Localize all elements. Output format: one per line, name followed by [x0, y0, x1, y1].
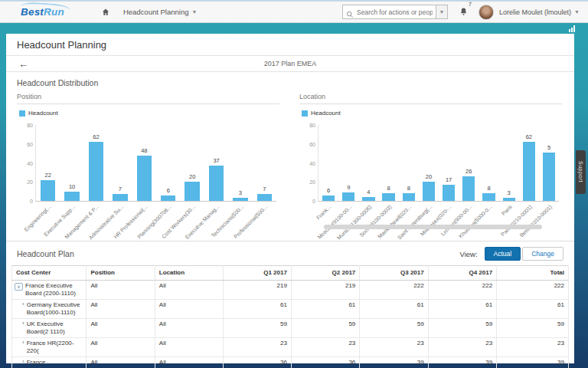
bar-value-label: 6 — [156, 187, 180, 194]
col-header-q1[interactable]: Q1 2017 — [223, 266, 291, 281]
headcount-bar[interactable] — [342, 192, 354, 201]
headcount-bar[interactable] — [64, 192, 79, 201]
bar-group: 8Sochi(9100-0003) — [379, 125, 399, 201]
location-cell: All — [155, 300, 223, 319]
horizontal-scrollbar[interactable] — [324, 225, 542, 229]
support-tab[interactable]: Support — [576, 150, 586, 194]
headcount-value-cell: 61 — [291, 300, 359, 319]
headcount-bar[interactable] — [382, 193, 394, 201]
headcount-value-cell: 61 — [223, 300, 291, 319]
col-header-q2[interactable]: Q2 2017 — [291, 266, 359, 281]
headcount-value-cell: 222 — [360, 281, 428, 300]
bar-group: 62Paris(0210-0001) — [519, 125, 539, 201]
headcount-value-cell: 23 — [428, 338, 496, 357]
distribution-section-title: Headcount Distribution — [6, 72, 574, 89]
location-cell: All — [155, 281, 223, 300]
chart-panel-icon[interactable] — [569, 25, 575, 32]
table-row[interactable]: ›France HR(2200-220(AllAll2323232323 — [12, 338, 569, 357]
bar-group: 6Frank... — [318, 125, 338, 201]
headcount-bar[interactable] — [462, 176, 475, 201]
headcount-bar[interactable] — [257, 194, 272, 201]
col-header-position[interactable]: Position — [87, 266, 155, 281]
headcount-bar[interactable] — [161, 196, 175, 201]
chart-legend: Headcount — [19, 110, 279, 117]
col-header-cost-center[interactable]: Cost Center — [12, 266, 87, 281]
bar-value-label: 9 — [338, 184, 358, 191]
cost-center-label: Germany Executive Board(1000-1110) — [27, 301, 83, 317]
headcount-bar[interactable] — [322, 196, 335, 201]
expand-toggle-icon[interactable]: › — [22, 301, 24, 317]
expand-toggle-icon[interactable]: › — [22, 359, 24, 368]
view-change-button[interactable]: Change — [522, 247, 564, 261]
table-row[interactable]: ›France Production(22 4200)AllAll3636393… — [12, 357, 569, 368]
user-menu[interactable]: Lorelie Moulet (lmoulet) ▼ — [499, 8, 580, 16]
bestrun-logo[interactable]: BestRun — [21, 6, 64, 18]
bar-group: 7Administrative Su... — [108, 125, 132, 201]
table-row[interactable]: ∨France Executive Board (2200-1110)AllAl… — [12, 281, 569, 300]
bar-value-label: 3 — [228, 189, 252, 196]
home-icon[interactable] — [101, 8, 110, 16]
headcount-bar[interactable] — [403, 193, 415, 201]
collapse-toggle-icon[interactable]: ∨ — [15, 283, 23, 291]
headcount-bar[interactable] — [423, 182, 435, 201]
search-bar: ▼ — [342, 5, 448, 19]
headcount-bar[interactable] — [209, 166, 224, 201]
bar-value-label: 17 — [439, 176, 459, 183]
bar-value-label: 26 — [459, 168, 479, 175]
headcount-bar[interactable] — [482, 193, 495, 201]
col-header-total[interactable]: Total — [497, 266, 569, 281]
headcount-value-cell: 61 — [497, 300, 569, 319]
bar-series: 22Engineering(...10Executive Supp...62Ma… — [36, 125, 276, 201]
legend-label: Headcount — [28, 110, 58, 117]
headcount-bar[interactable] — [233, 198, 247, 201]
bar-value-label: 48 — [132, 147, 156, 154]
bar-group: 4Munich(1300-0005) — [358, 125, 378, 201]
expand-toggle-icon[interactable]: › — [22, 340, 24, 355]
headcount-bar[interactable] — [523, 142, 535, 201]
headcount-bar[interactable] — [89, 142, 103, 201]
headcount-bar[interactable] — [443, 185, 455, 201]
search-scope-dropdown[interactable]: ▼ — [436, 5, 448, 19]
top-navigation-bar: BestRun Headcount Planning ▼ ▼ 7 Lorelie… — [0, 0, 588, 23]
headcount-value-cell: 59 — [360, 319, 428, 338]
col-header-location[interactable]: Location — [155, 266, 223, 281]
bar-value-label: 7 — [108, 186, 132, 192]
position-cell: All — [87, 319, 155, 338]
col-header-q4[interactable]: Q4 2017 — [428, 266, 496, 281]
view-actual-button[interactable]: Actual — [485, 247, 521, 261]
bar-value-label: 20 — [180, 173, 204, 180]
table-row[interactable]: ›Germany Executive Board(1000-1110)AllAl… — [12, 300, 569, 319]
headcount-value-cell: 39 — [497, 357, 569, 368]
module-selector[interactable]: Headcount Planning ▼ — [123, 8, 198, 16]
plan-subnav: ← 2017 Plan EMEA — [6, 56, 574, 72]
bar-value-label: 62 — [519, 133, 539, 140]
chevron-down-icon: ▼ — [191, 9, 197, 15]
col-header-q3[interactable]: Q3 2017 — [360, 266, 428, 281]
headcount-bar[interactable] — [503, 198, 515, 201]
table-header-row: Cost Center Position Location Q1 2017 Q2… — [12, 266, 569, 281]
chart-title: Location — [299, 90, 562, 104]
headcount-bar[interactable] — [185, 182, 199, 201]
user-avatar[interactable] — [479, 5, 494, 20]
headcount-bar[interactable] — [137, 156, 152, 201]
location-cell: All — [155, 319, 223, 338]
headcount-value-cell: 39 — [360, 357, 428, 368]
headcount-bar[interactable] — [41, 180, 55, 201]
headcount-bar[interactable] — [113, 194, 127, 201]
search-input[interactable] — [342, 5, 436, 19]
position-chart-panel: Position Headcount 22Engineering(...10Ex… — [17, 90, 279, 232]
headcount-value-cell: 222 — [428, 281, 496, 300]
bar-value-label: 10 — [60, 183, 83, 190]
headcount-bar[interactable] — [362, 197, 374, 201]
chevron-down-icon: ▼ — [574, 9, 580, 15]
notifications-button[interactable]: 7 — [459, 5, 468, 19]
table-row[interactable]: ›UK Executive Board(2 1110)AllAll5959595… — [12, 319, 569, 338]
position-cell: All — [87, 281, 155, 300]
expand-toggle-icon[interactable]: › — [22, 320, 24, 336]
bar-group: 20Cost Workers(30... — [180, 125, 204, 201]
chart-plot-area: 6Frank...9Moscow(9100-00...4Munich(1300-… — [299, 117, 562, 232]
bar-value-label: 8 — [399, 185, 419, 192]
headcount-value-cell: 36 — [291, 357, 359, 368]
y-axis-tick: 80 — [309, 123, 315, 128]
headcount-bar[interactable] — [543, 153, 555, 201]
